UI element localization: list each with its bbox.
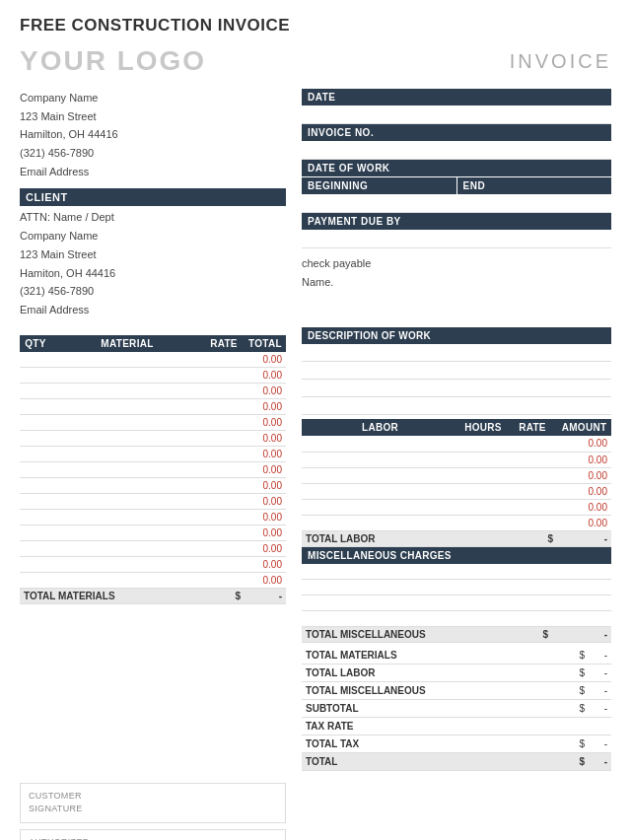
mat-row: 0.00: [20, 557, 286, 573]
labor-hours: [458, 467, 508, 483]
mat-total: 0.00: [245, 384, 286, 399]
mat-rate: [203, 478, 245, 494]
company-email: Email Address: [20, 163, 286, 181]
desc-row: [302, 397, 611, 415]
mat-total: 0.00: [245, 494, 286, 510]
labor-rate: [508, 467, 557, 483]
end-label: END: [456, 177, 612, 194]
sum-label: TOTAL LABOR: [302, 664, 561, 681]
labor-dash: -: [557, 530, 611, 546]
mat-material: [51, 462, 203, 478]
misc-desc: [302, 611, 552, 626]
desc-cell: [302, 362, 611, 380]
misc-dollar: $: [538, 627, 552, 642]
mat-qty: [20, 462, 51, 478]
mat-row: 0.00: [20, 352, 286, 368]
sum-label: TOTAL: [302, 752, 561, 770]
mat-rate: [203, 399, 245, 415]
mat-row: 0.00: [20, 384, 286, 399]
materials-section: QTY MATERIAL RATE TOTAL 0.00 0.00 0.00 0…: [20, 327, 286, 605]
labor-desc: [302, 436, 458, 452]
client-attn: ATTN: Name / Dept: [20, 208, 286, 227]
mat-rate: [203, 557, 245, 573]
labor-row: 0.00: [302, 483, 611, 499]
sum-dollar: [561, 717, 589, 735]
mat-total: 0.00: [245, 399, 286, 415]
customer-sig-label1: CUSTOMER: [29, 790, 277, 804]
sum-value: -: [589, 681, 611, 699]
misc-header: MISCELLANEOUS CHARGES: [302, 547, 611, 564]
mat-dash: -: [245, 589, 286, 604]
header-row: YOUR LOGO INVOICE: [20, 45, 611, 77]
company-city: Hamilton, OH 44416: [20, 125, 286, 144]
company-info: Company Name 123 Main Street Hamilton, O…: [20, 89, 286, 180]
sum-dollar: $: [561, 647, 589, 665]
desc-row: [302, 362, 611, 380]
mat-row: 0.00: [20, 462, 286, 478]
sum-label: TAX RATE: [302, 717, 561, 735]
labor-desc: [302, 483, 458, 499]
payment-due-label: PAYMENT DUE BY: [302, 213, 611, 230]
misc-total-row: TOTAL MISCELLANEOUS $ -: [302, 627, 611, 643]
mat-rate: [203, 510, 245, 525]
authorized-signature-block: AUTHORIZED SIGNATURE: [20, 829, 286, 840]
check-payable-block: check payable Name.: [302, 254, 611, 291]
labor-dollar: $: [508, 530, 557, 546]
desc-row: [302, 380, 611, 397]
mat-rate: [203, 525, 245, 541]
sum-value: -: [589, 752, 611, 770]
sum-label: TOTAL MATERIALS: [302, 647, 561, 665]
labor-header-labor: LABOR: [302, 419, 458, 436]
misc-desc: [302, 595, 552, 610]
description-table: DESCRIPTION OF WORK: [302, 327, 611, 416]
mat-row: 0.00: [20, 510, 286, 525]
mat-material: [51, 478, 203, 494]
mat-qty: [20, 478, 51, 494]
check-payable-name: Name.: [302, 273, 611, 292]
info-section: Company Name 123 Main Street Hamilton, O…: [20, 89, 611, 319]
labor-row: 0.00: [302, 452, 611, 467]
mat-material: [51, 368, 203, 384]
mat-rate: [203, 368, 245, 384]
labor-rate: [508, 515, 557, 530]
client-phone: (321) 456-7890: [20, 282, 286, 301]
sum-value: -: [589, 664, 611, 681]
labor-hours: [458, 436, 508, 452]
mat-qty: [20, 557, 51, 573]
desc-cell: [302, 397, 611, 415]
invoice-label: INVOICE: [510, 50, 611, 73]
summary-row: TOTAL $ -: [302, 752, 611, 770]
mat-total-label: TOTAL MATERIALS: [20, 589, 203, 604]
labor-row: 0.00: [302, 499, 611, 515]
mat-qty: [20, 525, 51, 541]
mat-row: 0.00: [20, 415, 286, 431]
bottom-section: CUSTOMER SIGNATURE AUTHORIZED SIGNATURE …: [20, 775, 611, 840]
mat-material: [51, 494, 203, 510]
summary-row: TAX RATE: [302, 717, 611, 735]
mat-material: [51, 510, 203, 525]
labor-row: 0.00: [302, 467, 611, 483]
date-spacer: [302, 106, 611, 124]
sum-value: [589, 717, 611, 735]
mat-total: 0.00: [245, 447, 286, 462]
mat-total: 0.00: [245, 525, 286, 541]
mat-total: 0.00: [245, 557, 286, 573]
misc-row: [302, 595, 611, 611]
company-street: 123 Main Street: [20, 107, 286, 126]
mat-row: 0.00: [20, 573, 286, 589]
mat-header-material: MATERIAL: [51, 335, 203, 352]
mat-row: 0.00: [20, 368, 286, 384]
mat-total: 0.00: [245, 541, 286, 557]
summary-row: TOTAL LABOR $ -: [302, 664, 611, 681]
desc-header: DESCRIPTION OF WORK: [302, 327, 611, 344]
labor-rate: [508, 499, 557, 515]
client-street: 123 Main Street: [20, 245, 286, 264]
labor-table: LABOR HOURS RATE AMOUNT 0.00 0.00 0.00 0…: [302, 419, 611, 547]
sum-dollar: $: [561, 735, 589, 752]
mat-total: 0.00: [245, 462, 286, 478]
summary-table: TOTAL MATERIALS $ - TOTAL LABOR $ - TOTA…: [302, 647, 611, 771]
mat-material: [51, 573, 203, 589]
mat-total: 0.00: [245, 510, 286, 525]
labor-hours: [458, 515, 508, 530]
labor-rate: [508, 452, 557, 467]
